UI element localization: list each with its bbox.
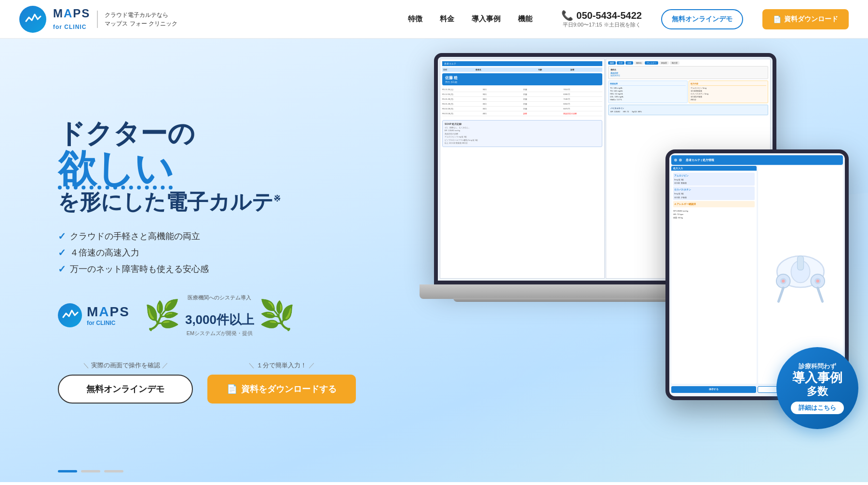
- feature-item-1: ✓ クラウドの手軽さと高機能の両立: [58, 230, 386, 242]
- header-download-button[interactable]: 📄 資料ダウンロード: [762, 9, 849, 29]
- hero-cta: ＼ 実際の画面で操作を確認 ／ 無料オンラインデモ ＼ １分で簡単入力！ ／ 📄…: [58, 361, 386, 404]
- main-nav: 特徴 料金 導入事例 機能: [408, 14, 532, 24]
- check-icon-3: ✓: [58, 263, 66, 275]
- cta-download-label: ＼ １分で簡単入力！ ／: [248, 361, 315, 370]
- tablet-top-bar: 患者カルテ | 処方情報: [671, 155, 843, 165]
- feature-item-3: ✓ 万一のネット障害時も使える安心感: [58, 263, 386, 275]
- logo-icon: [19, 6, 46, 33]
- svg-line-7: [778, 288, 783, 301]
- hero-heading-2: 欲しい: [58, 149, 386, 188]
- cta-demo-block: ＼ 実際の画面で操作を確認 ／ 無料オンラインデモ: [58, 361, 193, 404]
- laurel-left-icon: 🌿: [144, 301, 180, 330]
- hero-logo-text: MAPS for CLINIC: [87, 304, 130, 326]
- pagination-dot-2[interactable]: [81, 470, 100, 472]
- hero-content: ドクターの 欲しい を形にした電子カルテ※ ✓ クラウドの手軽さと高機能の両立 …: [58, 67, 386, 453]
- hero-logo-badge: MAPS for CLINIC: [58, 303, 130, 327]
- download-icon-cta: 📄: [227, 384, 237, 394]
- logo-maps-text: MAPSfor CLINIC: [53, 8, 90, 31]
- screen-panel-left: 患者カルテ 日付患者名年齢診察 佐藤 稔 男性 (62歳): [440, 59, 605, 279]
- cta-download-block: ＼ １分で簡単入力！ ／ 📄 資料をダウンロードする: [207, 361, 356, 404]
- nav-functions[interactable]: 機能: [518, 14, 532, 24]
- phone-area: 📞 050-5434-5422 平日9:00〜17:15 ※土日祝を除く: [561, 10, 642, 28]
- nav-features[interactable]: 特徴: [408, 14, 422, 24]
- cta-download-button[interactable]: 📄 資料をダウンロードする: [207, 375, 356, 404]
- pagination-dot-3[interactable]: [104, 470, 123, 472]
- svg-line-8: [818, 288, 823, 301]
- phone-icon: 📞: [561, 10, 573, 21]
- header: MAPSfor CLINIC クラウド電子カルテなら マップス フォー クリニッ…: [0, 0, 868, 39]
- nav-cases[interactable]: 導入事例: [472, 14, 501, 24]
- hero-logo-icon: [58, 303, 82, 327]
- logo-for-text: for CLINIC: [53, 24, 86, 30]
- feature-item-2: ✓ ４倍速の高速入力: [58, 247, 386, 258]
- svg-rect-6: [797, 256, 803, 270]
- download-icon: 📄: [773, 15, 781, 23]
- screen-header-left: 患者カルテ: [442, 61, 602, 66]
- count-badge: 医療機関へのシステム導入 🌿 3,000件以上 🌿 EMシステムズが開発・提供: [144, 294, 295, 337]
- svg-point-10: [816, 280, 819, 283]
- floating-case-badge[interactable]: 診療科問わず 導入事例 多数 詳細はこちら: [776, 347, 858, 429]
- hero-heading-3: を形にした電子カルテ※: [58, 188, 386, 216]
- phone-number: 📞 050-5434-5422: [561, 10, 642, 21]
- header-demo-button[interactable]: 無料オンラインデモ: [661, 9, 743, 29]
- check-icon-2: ✓: [58, 247, 66, 258]
- hero-heading-1: ドクターの: [58, 117, 386, 149]
- cta-demo-label: ＼ 実際の画面で操作を確認 ／: [83, 361, 168, 370]
- nav-pricing[interactable]: 料金: [440, 14, 454, 24]
- pagination-dots: [58, 470, 123, 472]
- logo-tagline: クラウド電子カルテなら マップス フォー クリニック: [97, 11, 177, 28]
- count-badge-wrap: 🌿 3,000件以上 🌿: [144, 301, 295, 330]
- hero-devices: 患者カルテ 日付患者名年齢診察 佐藤 稔 男性 (62歳): [434, 53, 868, 468]
- hero-section: ドクターの 欲しい を形にした電子カルテ※ ✓ クラウドの手軽さと高機能の両立 …: [0, 39, 868, 482]
- logo-area: MAPSfor CLINIC クラウド電子カルテなら マップス フォー クリニッ…: [19, 6, 177, 33]
- hero-badges: MAPS for CLINIC 医療機関へのシステム導入 🌿 3,000件以上 …: [58, 294, 386, 337]
- count-number: 3,000件以上: [185, 303, 254, 328]
- laurel-right-icon: 🌿: [259, 301, 295, 330]
- logo-text-block: MAPSfor CLINIC: [53, 8, 90, 31]
- phone-hours: 平日9:00〜17:15 ※土日祝を除く: [563, 21, 641, 28]
- svg-point-9: [782, 280, 785, 283]
- hero-features-list: ✓ クラウドの手軽さと高機能の両立 ✓ ４倍速の高速入力 ✓ 万一のネット障害時…: [58, 230, 386, 275]
- cta-demo-button[interactable]: 無料オンラインデモ: [58, 375, 193, 404]
- check-icon-1: ✓: [58, 230, 66, 242]
- pagination-dot-1[interactable]: [58, 470, 77, 472]
- tablet-panel-left: 処方入力 アムロジピン 5mg 錠 1錠 1日1回 朝食後 ロスバスタチン 5m…: [671, 166, 757, 384]
